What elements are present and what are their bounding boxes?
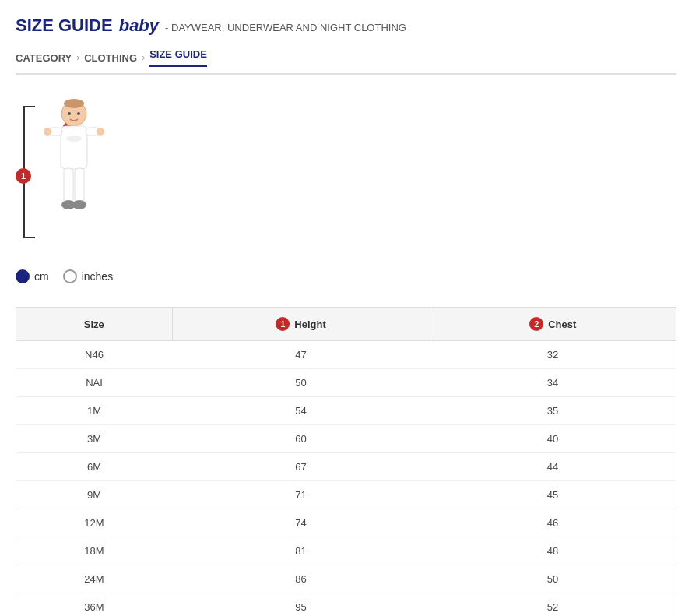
svg-point-13: [77, 112, 80, 115]
table-row: N46 47 32: [16, 341, 676, 369]
table-row: 3M 60 40: [16, 425, 676, 453]
unit-toggle: cm inches: [16, 269, 676, 283]
cell-size: 3M: [16, 425, 173, 453]
cm-option[interactable]: cm: [16, 269, 49, 283]
cell-height: 81: [172, 537, 430, 565]
cell-height: 86: [172, 565, 430, 593]
title-subtitle: - DAYWEAR, UNDERWEAR AND NIGHT CLOTHING: [165, 22, 406, 33]
svg-point-6: [44, 128, 51, 136]
svg-rect-8: [64, 168, 73, 203]
cell-size: 1M: [16, 397, 173, 425]
figure-container: 1 2: [23, 98, 140, 254]
table-row: 9M 71 45: [16, 481, 676, 509]
col-header-chest: 2 Chest: [430, 308, 676, 341]
table-header-row: Size 1 Height 2 Chest: [16, 308, 676, 341]
cell-size: 9M: [16, 481, 173, 509]
inches-label: inches: [82, 270, 113, 283]
cell-size: 18M: [16, 537, 173, 565]
cell-chest: 44: [430, 453, 676, 481]
cell-size: N46: [16, 341, 173, 369]
cell-height: 74: [172, 509, 430, 537]
breadcrumb-category[interactable]: CATEGORY: [16, 52, 72, 64]
breadcrumb-sep-1: ›: [76, 52, 79, 63]
cell-height: 54: [172, 397, 430, 425]
table-row: 36M 95 52: [16, 593, 676, 617]
cell-height: 95: [172, 593, 430, 617]
cell-size: 12M: [16, 509, 173, 537]
cm-radio[interactable]: [16, 269, 30, 283]
cell-size: 24M: [16, 565, 173, 593]
cell-height: 60: [172, 425, 430, 453]
svg-rect-9: [75, 168, 84, 203]
col-header-size: Size: [16, 308, 173, 341]
cell-height: 47: [172, 341, 430, 369]
col-header-height: 1 Height: [172, 308, 430, 341]
cell-chest: 34: [430, 369, 676, 397]
breadcrumb-size-guide: SIZE GUIDE: [149, 48, 207, 67]
height-badge: 1: [276, 317, 290, 331]
cell-chest: 48: [430, 537, 676, 565]
inches-option[interactable]: inches: [63, 269, 113, 283]
table-row: 24M 86 50: [16, 565, 676, 593]
table-row: 6M 67 44: [16, 453, 676, 481]
page-wrapper: SIZE GUIDE baby - DAYWEAR, UNDERWEAR AND…: [0, 0, 692, 616]
baby-figure-svg: [39, 98, 109, 231]
measurement-badge-1: 1: [16, 168, 31, 184]
page-title-area: SIZE GUIDE baby - DAYWEAR, UNDERWEAR AND…: [16, 16, 676, 36]
cell-chest: 52: [430, 593, 676, 617]
baby-label: baby: [119, 16, 159, 36]
cell-size: 6M: [16, 453, 173, 481]
cell-height: 71: [172, 481, 430, 509]
cell-chest: 45: [430, 481, 676, 509]
cell-height: 50: [172, 369, 430, 397]
svg-point-1: [64, 99, 84, 108]
breadcrumb-clothing[interactable]: CLOTHING: [84, 52, 137, 64]
size-guide-label: SIZE GUIDE: [16, 16, 113, 36]
cell-chest: 40: [430, 425, 676, 453]
cell-size: NAI: [16, 369, 173, 397]
breadcrumb-sep-2: ›: [142, 52, 145, 63]
breadcrumb: CATEGORY › CLOTHING › SIZE GUIDE: [16, 48, 676, 75]
table-row: NAI 50 34: [16, 369, 676, 397]
cell-height: 67: [172, 453, 430, 481]
svg-rect-2: [61, 126, 87, 169]
table-row: 1M 54 35: [16, 397, 676, 425]
chest-badge: 2: [529, 317, 543, 331]
svg-point-12: [68, 112, 71, 115]
illustration-area: 1 2: [16, 98, 676, 254]
inches-radio[interactable]: [63, 269, 77, 283]
cell-chest: 35: [430, 397, 676, 425]
cell-chest: 50: [430, 565, 676, 593]
cm-label: cm: [34, 270, 49, 283]
svg-point-11: [72, 200, 86, 209]
cell-chest: 32: [430, 341, 676, 369]
cell-size: 36M: [16, 593, 173, 617]
cell-chest: 46: [430, 509, 676, 537]
size-table: Size 1 Height 2 Chest N46 47: [16, 307, 676, 616]
table-row: 18M 81 48: [16, 537, 676, 565]
table-row: 12M 74 46: [16, 509, 676, 537]
svg-point-3: [66, 136, 82, 142]
svg-point-7: [97, 128, 104, 136]
